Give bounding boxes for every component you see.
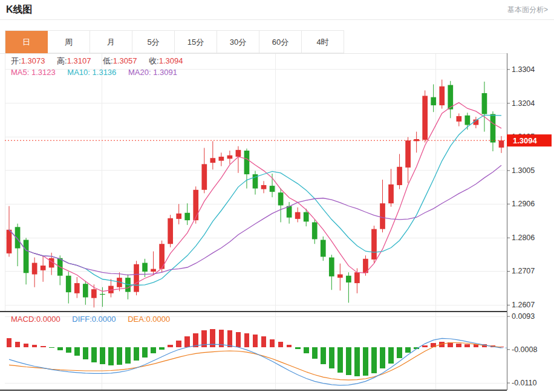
current-price-badge-text: 1.3094 xyxy=(513,136,538,145)
open-label: 开: xyxy=(11,56,21,65)
ma-readout: MA5: 1.3123 MA10: 1.3136 MA20: 1.3091 xyxy=(11,68,187,77)
ma10-label: MA10: xyxy=(67,68,90,77)
period-tab-2[interactable]: 月 xyxy=(90,31,132,53)
svg-text:1.2607: 1.2607 xyxy=(512,301,535,309)
page-header: K线图 基本面分析> xyxy=(0,0,554,20)
high-value: 1.3107 xyxy=(67,56,91,65)
low-value: 1.3057 xyxy=(113,56,137,65)
dea-label: DEA: xyxy=(128,315,146,324)
svg-text:0.0093: 0.0093 xyxy=(512,312,535,321)
high-label: 高: xyxy=(57,56,67,65)
period-tab-7[interactable]: 4时 xyxy=(302,31,344,53)
diff-label: DIFF: xyxy=(72,315,92,324)
ma20-value: 1.3091 xyxy=(153,68,177,77)
price-axis-labels: 1.33041.32041.31051.30051.29061.28061.27… xyxy=(507,65,537,387)
close-value: 1.3094 xyxy=(159,56,183,65)
macd-readout: MACD:0.0000 DIFF:0.0000 DEA:0.0000 xyxy=(11,315,180,324)
svg-text:1.2707: 1.2707 xyxy=(512,267,535,275)
period-tab-1[interactable]: 周 xyxy=(48,31,90,53)
open-value: 1.3073 xyxy=(21,56,45,65)
svg-text:-0.0008: -0.0008 xyxy=(512,345,537,354)
svg-text:1.3005: 1.3005 xyxy=(512,166,535,175)
ma20-label: MA20: xyxy=(128,68,151,77)
close-label: 收: xyxy=(149,56,159,65)
period-tab-5[interactable]: 30分 xyxy=(217,31,259,53)
dea-value: 0.0000 xyxy=(146,315,171,324)
candles-group xyxy=(7,80,504,308)
ohlc-readout: 开:1.3073 高:1.3107 低:1.3057 收:1.3094 xyxy=(11,56,192,67)
period-tab-4[interactable]: 15分 xyxy=(175,31,217,53)
ma10-value: 1.3136 xyxy=(93,68,117,77)
fundamental-analysis-link[interactable]: 基本面分析> xyxy=(507,5,548,15)
period-tab-6[interactable]: 60分 xyxy=(259,31,302,53)
ma5-value: 1.3123 xyxy=(31,68,56,77)
svg-text:-0.0110: -0.0110 xyxy=(512,379,537,387)
period-tab-bar: 日周月5分15分30分60分4时 xyxy=(5,30,344,53)
svg-text:1.3204: 1.3204 xyxy=(512,99,535,108)
svg-text:1.3304: 1.3304 xyxy=(512,65,535,74)
period-tab-0[interactable]: 日 xyxy=(5,31,48,53)
kline-page: { "header": { "title": "K线图", "analysis_… xyxy=(0,0,554,392)
period-tab-3[interactable]: 5分 xyxy=(132,31,175,53)
svg-text:1.2806: 1.2806 xyxy=(512,234,535,242)
ma5-label: MA5: xyxy=(11,68,29,77)
macd-value: 0.0000 xyxy=(36,315,60,324)
diff-value: 0.0000 xyxy=(92,315,116,324)
svg-text:1.2906: 1.2906 xyxy=(512,200,535,208)
low-label: 低: xyxy=(103,56,113,65)
page-title: K线图 xyxy=(6,4,33,16)
macd-label: MACD: xyxy=(11,315,36,324)
